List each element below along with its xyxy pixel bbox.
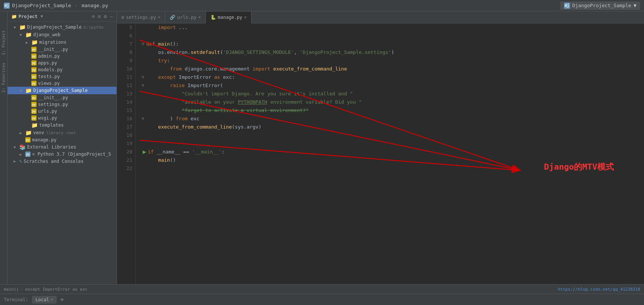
- tree-item-settings-py[interactable]: py settings.py: [8, 101, 117, 108]
- terminal-tab-name: Local: [35, 297, 49, 302]
- file-tree-panel: 📁 Project ▼ ⊙ ≡ ⚙ — ▼ 📁 DjangoProject_Sa…: [8, 11, 117, 284]
- folder-icon: 📁: [25, 87, 32, 93]
- tree-item-init-py[interactable]: py __init__.py: [8, 46, 117, 53]
- tree-item-templates[interactable]: 📁 templates: [8, 121, 117, 129]
- gutter-20-play[interactable]: ▶: [141, 148, 148, 156]
- csdn-link: https://blog.csdn.net/qq_41228218: [558, 287, 640, 292]
- py-icon: py: [25, 152, 31, 157]
- breadcrumb-main: main(): [4, 287, 19, 292]
- title-bar: dj DjangoProject_Sample › manage.py dj D…: [0, 0, 644, 11]
- file-tree-header: 📁 Project ▼ ⊙ ≡ ⚙ —: [8, 11, 117, 22]
- tree-item-python37[interactable]: ▶ py < Python 3.7 (DjangoProject_S: [8, 151, 117, 158]
- code-line-5: import ...: [140, 23, 644, 32]
- code-line-19: [140, 139, 644, 148]
- tree-content: ▼ 📁 DjangoProject_Sample G:\pytho ▼ 📁 dj…: [8, 22, 117, 284]
- tree-item-manage-py[interactable]: py manage.py: [8, 136, 117, 143]
- tree-item-django-web[interactable]: ▼ 📁 django_web: [8, 31, 117, 38]
- folder-icon: 📁: [25, 32, 32, 38]
- code-line-18: [140, 131, 644, 139]
- tab-urls-label: urls.py: [177, 15, 196, 20]
- py-file-icon: py: [31, 54, 37, 59]
- project-name: DjangoProject_Sample: [12, 3, 71, 8]
- tab-urls[interactable]: 🔗 urls.py ✕: [165, 11, 205, 23]
- tree-locate-icon[interactable]: ⊙: [92, 14, 95, 19]
- py-file-icon: py: [31, 81, 37, 86]
- code-line-16: ▽ ) from exc: [140, 115, 644, 123]
- tree-item-wsgi-py[interactable]: py wsgi.py: [8, 115, 117, 121]
- tree-item-venv[interactable]: ▶ 📁 venv library root: [8, 129, 117, 136]
- py-file-icon: py: [31, 102, 37, 107]
- tree-item-project-sample-folder[interactable]: ▼ 📁 DjangoProject_Sample: [8, 87, 117, 94]
- py-file-icon: py: [31, 115, 37, 121]
- title-right-dropdown: ▼: [633, 3, 636, 8]
- code-line-6: [140, 32, 644, 40]
- code-content[interactable]: import ... ▽ def main(): os.environ.setd…: [136, 23, 644, 284]
- title-right-project: DjangoProject_Sample: [572, 3, 632, 8]
- tree-item-views-py[interactable]: py views.py: [8, 80, 117, 87]
- tree-icons: ⊙ ≡ ⚙ —: [92, 14, 113, 19]
- project-icon: dj: [4, 3, 10, 9]
- tree-item-migrations[interactable]: ▶ 📁 migrations: [8, 38, 117, 46]
- gutter-7: ▽: [140, 40, 146, 48]
- py-file-icon: py: [25, 137, 31, 143]
- tab-settings[interactable]: ⚙ settings.py ✕: [117, 11, 165, 23]
- tab-settings-close[interactable]: ✕: [158, 15, 161, 20]
- annotation-label: Django的MTV模式: [544, 163, 614, 171]
- left-strip: 1: Project 2: Favorites: [0, 11, 8, 284]
- tree-item-models-py[interactable]: py models.py: [8, 66, 117, 73]
- arrow-icon: ▶: [26, 40, 30, 44]
- folder-icon: 📁: [31, 122, 38, 128]
- terminal-add-button[interactable]: +: [60, 296, 64, 303]
- file-tree-title: 📁 Project ▼: [11, 14, 43, 19]
- tree-item-urls-py[interactable]: py urls.py: [8, 108, 117, 115]
- main-layout: 1: Project 2: Favorites 📁 Project ▼ ⊙ ≡ …: [0, 11, 644, 284]
- editor-area: ⚙ settings.py ✕ 🔗 urls.py ✕ 🐍 manage.py …: [117, 11, 644, 284]
- tree-item-tests-py[interactable]: py tests.py: [8, 73, 117, 80]
- code-line-11: ▽ except ImportError as exc:: [140, 73, 644, 81]
- arrow-icon: ▼: [14, 25, 18, 29]
- scratch-icon: ✎: [19, 158, 22, 164]
- code-line-12: ▽ raise ImportError(: [140, 81, 644, 90]
- strip-label-project[interactable]: 1: Project: [1, 30, 6, 55]
- tab-manage-label: manage.py: [218, 15, 242, 20]
- py-file-icon: py: [31, 60, 37, 66]
- tree-item-external-libs[interactable]: ▼ 📚 External Libraries: [8, 143, 117, 151]
- tree-item-admin-py[interactable]: py admin.py: [8, 53, 117, 60]
- py-file-icon: py: [31, 95, 37, 100]
- tab-manage-icon: 🐍: [210, 15, 216, 20]
- folder-icon: 📁: [11, 14, 17, 19]
- tab-settings-icon: ⚙: [121, 15, 124, 20]
- code-line-13: "Couldn't import Django. Are you sure it…: [140, 90, 644, 98]
- terminal-label: Terminal:: [4, 297, 28, 302]
- code-line-7: ▽ def main():: [140, 40, 644, 48]
- tree-gear-icon[interactable]: ⚙: [104, 14, 107, 19]
- code-line-14: "available on your PYTHONPATH environmen…: [140, 98, 644, 106]
- title-separator: ›: [75, 3, 78, 8]
- tree-item-project-init-py[interactable]: py __init__.py: [8, 94, 117, 101]
- title-bar-right[interactable]: dj DjangoProject_Sample ▼: [560, 2, 640, 10]
- tab-manage[interactable]: 🐍 manage.py ✕: [206, 12, 252, 23]
- strip-label-favorites[interactable]: 2: Favorites: [1, 63, 6, 92]
- tab-settings-label: settings.py: [126, 15, 156, 20]
- code-line-15: "forget to activate a virtual environmen…: [140, 106, 644, 115]
- gutter-12: ▽: [140, 81, 146, 90]
- tree-item-scratches[interactable]: ▶ ✎ Scratches and Consoles: [8, 158, 117, 165]
- breadcrumb-except: except ImportError as exc: [25, 287, 87, 292]
- tree-collapse-icon[interactable]: ≡: [98, 14, 101, 19]
- tree-item-root[interactable]: ▼ 📁 DjangoProject_Sample G:\pytho: [8, 23, 117, 31]
- tab-urls-close[interactable]: ✕: [198, 15, 201, 20]
- title-bar-left: dj DjangoProject_Sample › manage.py: [4, 3, 108, 9]
- arrow-icon: ▼: [20, 33, 24, 37]
- tab-bar: ⚙ settings.py ✕ 🔗 urls.py ✕ 🐍 manage.py …: [117, 11, 644, 23]
- tab-urls-icon: 🔗: [170, 15, 175, 20]
- tab-manage-close[interactable]: ✕: [244, 15, 247, 20]
- code-line-9: try:: [140, 57, 644, 65]
- tree-minimize-icon[interactable]: —: [110, 14, 113, 19]
- gutter-16: ▽: [140, 115, 146, 123]
- code-editor[interactable]: 5 6 7 8 9 10 11 12 13 14 15 16 17 18 19 …: [117, 23, 644, 284]
- tree-item-apps-py[interactable]: py apps.py: [8, 60, 117, 66]
- terminal-local-tab[interactable]: Local ✕: [32, 296, 57, 303]
- code-line-8: os.environ.setdefault('DJANGO_SETTINGS_M…: [140, 48, 644, 57]
- title-right-icon: dj: [564, 3, 570, 9]
- terminal-tab-close-icon[interactable]: ✕: [51, 297, 53, 302]
